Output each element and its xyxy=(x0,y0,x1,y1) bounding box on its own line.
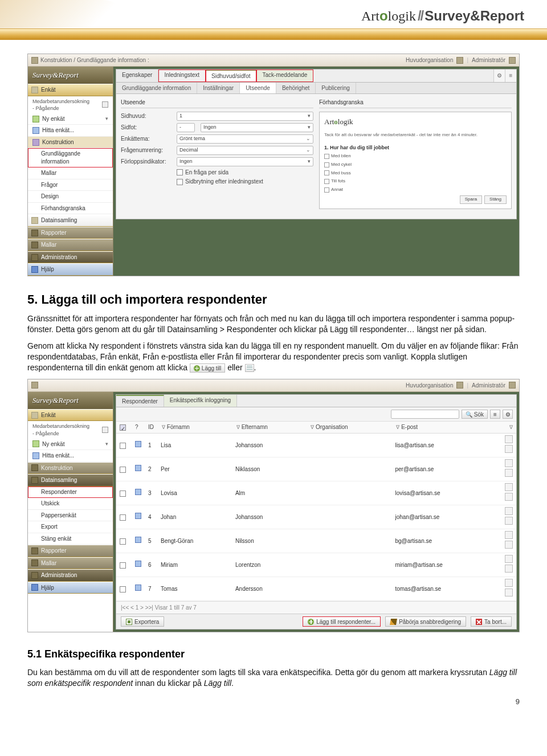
sidebar-section-enkat[interactable]: Enkät xyxy=(28,84,113,96)
sidebar-item-hitta-enkat[interactable]: Hitta enkät... xyxy=(28,125,113,137)
field-enkattema[interactable]: Grönt tema⌄ xyxy=(177,134,313,144)
row-copy-button[interactable] xyxy=(505,459,513,467)
sidebar-item-grundlaggande[interactable]: Grundläggande information xyxy=(28,148,113,167)
search-button[interactable]: 🔍 Sök xyxy=(462,410,488,419)
row-edit-button[interactable] xyxy=(505,517,513,525)
header-select-all[interactable]: ✓ xyxy=(116,422,132,433)
sidebar-section-rapporter[interactable]: Rapporter xyxy=(28,227,113,239)
export-button[interactable]: Exportera xyxy=(121,616,164,627)
sidebar-item-respondenter[interactable]: Respondenter xyxy=(28,487,113,498)
sidebar-section-administration[interactable]: Administration xyxy=(28,569,113,582)
preview-option[interactable]: Med cykel xyxy=(324,162,507,168)
subtab-behorighet[interactable]: Behörighet xyxy=(276,83,316,94)
sidebar-item-forhandsgranska[interactable]: Förhandsgranska xyxy=(28,203,113,215)
row-copy-button[interactable] xyxy=(505,555,513,563)
table-row[interactable]: 6MiriamLorentzonmiriam@artisan.se xyxy=(116,553,516,577)
sidebar-item-utskick[interactable]: Utskick xyxy=(28,498,113,510)
sidebar-item-fragor[interactable]: Frågor xyxy=(28,179,113,191)
field-forlopp[interactable]: Ingen▾ xyxy=(177,157,313,166)
header-efternamn[interactable]: ∇ Efternamn xyxy=(232,422,306,433)
field-sidfot-b[interactable]: Ingen▾ xyxy=(201,123,313,132)
row-checkbox[interactable] xyxy=(120,467,126,473)
sidebar-item-ny-enkat[interactable]: Ny enkät▾ xyxy=(28,439,113,451)
header-organisation[interactable]: ∇ Organisation xyxy=(306,422,391,433)
row-edit-button[interactable] xyxy=(505,589,513,596)
table-row[interactable]: 4JohanJohanssonjohan@artisan.se xyxy=(116,505,516,529)
preview-save-button[interactable]: Spara xyxy=(460,195,482,204)
row-copy-button[interactable] xyxy=(505,435,513,443)
checkbox-en-fraga-per-sida[interactable]: En fråga per sida xyxy=(177,169,313,177)
org-icon[interactable] xyxy=(456,382,463,389)
row-checkbox[interactable] xyxy=(120,491,126,497)
preview-option[interactable]: Med buss xyxy=(324,170,507,177)
sidebar-section-konstruktion[interactable]: Konstruktion xyxy=(28,462,113,475)
row-edit-button[interactable] xyxy=(505,445,513,453)
sidebar-item-pappersenkat[interactable]: Pappersenkät xyxy=(28,510,113,522)
header-filter[interactable]: ∇ xyxy=(495,422,516,433)
row-edit-button[interactable] xyxy=(505,565,513,573)
row-edit-button[interactable] xyxy=(505,469,513,477)
toolbar-icon-a[interactable]: ≡ xyxy=(490,410,500,419)
add-respondents-button[interactable]: Lägg till respondenter... xyxy=(303,616,381,627)
tab-enkatspecifik-inloggning[interactable]: Enkätspecifik inloggning xyxy=(164,395,237,407)
user-icon[interactable] xyxy=(509,57,516,64)
table-row[interactable]: 7TomasAnderssontomas@artisan.se xyxy=(116,577,516,600)
header-fornamn[interactable]: ∇ Förnamn xyxy=(157,422,232,433)
sidebar-item-konstruktion[interactable]: Konstruktion xyxy=(28,137,113,149)
sidebar-section-hjalp[interactable]: Hjälp xyxy=(28,263,113,276)
sidebar-item-stang-enkat[interactable]: Stäng enkät xyxy=(28,533,113,545)
sidebar-section-mallar[interactable]: Mallar xyxy=(28,239,113,251)
inline-add-button[interactable]: Lägg till xyxy=(190,363,225,373)
preview-option[interactable]: Med bilen xyxy=(324,153,507,160)
sidebar-section-enkat[interactable]: Enkät xyxy=(28,409,113,422)
subtab-installningar[interactable]: Inställningar xyxy=(197,83,240,94)
field-fragenumrering[interactable]: Decimal⌄ xyxy=(177,146,313,155)
row-checkbox[interactable] xyxy=(120,562,126,569)
tab-sidhuvud-sidfot[interactable]: Sidhuvud/sidfot xyxy=(206,70,256,82)
sidebar-item-hitta-enkat[interactable]: Hitta enkät... xyxy=(28,450,113,462)
sidebar-section-datainsamling[interactable]: Datainsamling xyxy=(28,214,113,227)
toolbar-icon-b[interactable]: ⚙ xyxy=(503,410,513,419)
table-row[interactable]: 1LisaJohanssonlisa@artisan.se xyxy=(116,433,516,457)
search-input[interactable] xyxy=(391,410,459,419)
field-sidhuvud[interactable]: 1▾ xyxy=(177,112,313,121)
preview-option[interactable]: Annat xyxy=(324,187,507,193)
quick-edit-button[interactable]: Påbörja snabbredigering xyxy=(385,616,466,627)
subtab-utseende[interactable]: Utseende xyxy=(240,83,276,94)
header-status[interactable]: ? xyxy=(132,422,145,433)
sidebar-section-administration[interactable]: Administration xyxy=(28,251,113,264)
row-copy-button[interactable] xyxy=(505,507,513,515)
table-row[interactable]: 3LovisaAlmlovisa@artisan.se xyxy=(116,481,516,505)
subtab-publicering[interactable]: Publicering xyxy=(316,83,356,94)
tab-tack-meddelande[interactable]: Tack-meddelande xyxy=(256,70,313,82)
row-checkbox[interactable] xyxy=(120,586,126,592)
sidebar-section-mallar[interactable]: Mallar xyxy=(28,557,113,570)
pager[interactable]: |<< < 1 > >>| Visar 1 till 7 av 7 xyxy=(116,601,516,614)
user-icon[interactable] xyxy=(509,382,516,389)
tab-inledningstext[interactable]: Inledningstext xyxy=(158,70,206,82)
subtab-grundlaggande[interactable]: Grundläggande information xyxy=(116,83,197,94)
row-checkbox[interactable] xyxy=(120,538,126,545)
sidebar-item-design[interactable]: Design xyxy=(28,191,113,203)
preview-option[interactable]: Till fots xyxy=(324,178,507,185)
sidebar-section-datainsamling[interactable]: Datainsamling xyxy=(28,474,113,487)
toolbar-bars-icon[interactable]: ≡ xyxy=(505,70,516,82)
preview-close-button[interactable]: Stäng xyxy=(484,195,507,204)
checkbox-sidbrytning[interactable]: Sidbrytning efter inledningstext xyxy=(177,178,313,186)
row-copy-button[interactable] xyxy=(505,483,513,491)
table-row[interactable]: 5Bengt-GöranNilssonbg@artisan.se xyxy=(116,529,516,553)
row-copy-button[interactable] xyxy=(505,531,513,539)
row-edit-button[interactable] xyxy=(505,541,513,549)
sidebar-item-export[interactable]: Export xyxy=(28,521,113,533)
table-row[interactable]: 2PerNiklassonper@artisan.se xyxy=(116,457,516,481)
home-icon[interactable] xyxy=(102,101,108,108)
tab-respondenter[interactable]: Respondenter xyxy=(116,395,164,407)
org-icon[interactable] xyxy=(456,57,463,64)
field-sidfot-a[interactable]: - xyxy=(177,123,195,132)
header-epost[interactable]: ∇ E-post xyxy=(391,422,495,433)
delete-button[interactable]: Ta bort... xyxy=(471,616,512,627)
sidebar-item-ny-enkat[interactable]: Ny enkät▾ xyxy=(28,113,113,125)
inline-list-icon[interactable] xyxy=(245,364,254,372)
sidebar-section-hjalp[interactable]: Hjälp xyxy=(28,582,113,594)
row-copy-button[interactable] xyxy=(505,579,513,587)
